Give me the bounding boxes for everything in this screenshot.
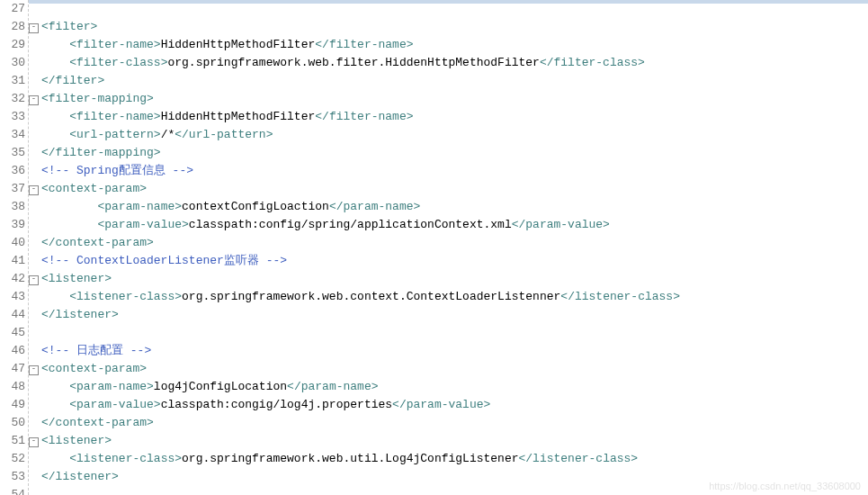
fold-marker[interactable]: - — [29, 180, 40, 198]
code-line[interactable]: <filter-mapping> — [41, 90, 868, 108]
xml-tag: <param-value> — [69, 398, 160, 411]
code-line[interactable] — [41, 324, 868, 342]
line-number: 40 — [2, 234, 25, 252]
fold-marker — [29, 414, 40, 432]
code-line[interactable]: <listener> — [41, 432, 868, 450]
code-line[interactable]: <!-- 日志配置 --> — [41, 342, 868, 360]
code-area[interactable]: <filter> <filter-name>HiddenHttpMethodFi… — [40, 0, 868, 495]
line-number: 45 — [2, 324, 25, 342]
code-line[interactable]: <listener> — [41, 270, 868, 288]
fold-marker — [29, 36, 40, 54]
xml-text — [41, 218, 97, 231]
xml-tag: </context-param> — [41, 236, 154, 249]
xml-text — [41, 380, 69, 393]
xml-tag: </context-param> — [41, 416, 154, 429]
fold-marker — [29, 0, 40, 18]
xml-tag: <filter-name> — [69, 38, 160, 51]
line-number: 32 — [2, 90, 25, 108]
code-line[interactable]: <url-pattern>/*</url-pattern> — [41, 126, 868, 144]
fold-marker — [29, 198, 40, 216]
fold-marker — [29, 162, 40, 180]
xml-tag: <param-name> — [69, 380, 154, 393]
xml-tag: </listener-class> — [519, 452, 639, 465]
code-line[interactable]: <context-param> — [41, 360, 868, 378]
line-number: 27 — [2, 0, 25, 18]
xml-tag: <filter> — [41, 20, 97, 33]
code-line[interactable]: <param-value>classpath:congig/log4j.prop… — [41, 396, 868, 414]
xml-tag: </listener> — [41, 308, 119, 321]
code-line[interactable]: <context-param> — [41, 180, 868, 198]
xml-tag: </param-value> — [512, 218, 610, 231]
xml-text — [41, 200, 97, 213]
line-number: 51 — [2, 432, 25, 450]
xml-text: HiddenHttpMethodFilter — [161, 110, 316, 123]
xml-tag: <context-param> — [41, 182, 147, 195]
line-number-gutter: 2728293031323334353637383940414243444546… — [0, 0, 29, 495]
xml-tag: <url-pattern> — [69, 128, 160, 141]
xml-tag: </param-value> — [392, 398, 490, 411]
xml-tag: <context-param> — [41, 362, 147, 375]
line-number: 38 — [2, 198, 25, 216]
fold-marker[interactable]: - — [29, 90, 40, 108]
xml-text — [41, 56, 69, 69]
xml-tag: </listener-class> — [560, 290, 680, 303]
xml-tag: <listener> — [41, 434, 112, 447]
code-line[interactable]: </filter-mapping> — [41, 144, 868, 162]
xml-text: contextConfigLoaction — [182, 200, 329, 213]
code-line[interactable]: <filter-class>org.springframework.web.fi… — [41, 54, 868, 72]
code-line[interactable]: </context-param> — [41, 234, 868, 252]
fold-marker[interactable]: - — [29, 360, 40, 378]
xml-tag: <filter-name> — [69, 110, 160, 123]
fold-marker[interactable]: - — [29, 432, 40, 450]
fold-marker — [29, 72, 40, 90]
code-line[interactable]: <!-- ContextLoaderListener监听器 --> — [41, 252, 868, 270]
xml-tag: <param-name> — [97, 200, 182, 213]
fold-marker — [29, 306, 40, 324]
code-line[interactable]: <filter-name>HiddenHttpMethodFilter</fil… — [41, 108, 868, 126]
fold-marker — [29, 378, 40, 396]
code-line[interactable]: </context-param> — [41, 414, 868, 432]
code-line[interactable]: <param-name>contextConfigLoaction</param… — [41, 198, 868, 216]
line-number: 30 — [2, 54, 25, 72]
xml-tag: </param-name> — [329, 200, 420, 213]
xml-comment: <!-- Spring配置信息 --> — [41, 164, 193, 177]
code-line[interactable]: </filter> — [41, 72, 868, 90]
xml-text — [41, 290, 69, 303]
code-line[interactable]: <filter-name>HiddenHttpMethodFilter</fil… — [41, 36, 868, 54]
fold-marker[interactable]: - — [29, 18, 40, 36]
xml-tag: </filter-name> — [315, 110, 413, 123]
code-line[interactable]: <filter> — [41, 18, 868, 36]
line-number: 42 — [2, 270, 25, 288]
code-line[interactable]: </listener> — [41, 306, 868, 324]
xml-text — [41, 452, 69, 465]
selection-bar — [0, 0, 868, 4]
code-line[interactable]: <!-- Spring配置信息 --> — [41, 162, 868, 180]
xml-tag: <listener> — [41, 272, 112, 285]
xml-text: classpath:config/spring/applicationConte… — [189, 218, 512, 231]
line-number: 53 — [2, 468, 25, 486]
line-number: 54 — [2, 486, 25, 495]
line-number: 37 — [2, 180, 25, 198]
fold-marker — [29, 324, 40, 342]
xml-tag: </filter-mapping> — [41, 146, 161, 159]
code-line[interactable]: <listener-class>org.springframework.web.… — [41, 288, 868, 306]
fold-marker — [29, 342, 40, 360]
line-number: 47 — [2, 360, 25, 378]
xml-text — [41, 128, 69, 141]
fold-marker — [29, 54, 40, 72]
code-editor[interactable]: 2728293031323334353637383940414243444546… — [0, 0, 868, 495]
xml-text: org.springframework.web.filter.HiddenHtt… — [167, 56, 539, 69]
xml-tag: <listener-class> — [69, 452, 182, 465]
xml-tag: <listener-class> — [69, 290, 182, 303]
xml-text: org.springframework.web.util.Log4jConfig… — [182, 452, 518, 465]
line-number: 29 — [2, 36, 25, 54]
xml-comment: <!-- 日志配置 --> — [41, 344, 151, 357]
xml-text — [41, 398, 69, 411]
xml-tag: </url-pattern> — [174, 128, 273, 141]
fold-marker — [29, 108, 40, 126]
code-line[interactable]: <listener-class>org.springframework.web.… — [41, 450, 868, 468]
code-line[interactable]: <param-name>log4jConfigLocation</param-n… — [41, 378, 868, 396]
code-line[interactable]: <param-value>classpath:config/spring/app… — [41, 216, 868, 234]
fold-marker[interactable]: - — [29, 270, 40, 288]
xml-text — [41, 110, 69, 123]
